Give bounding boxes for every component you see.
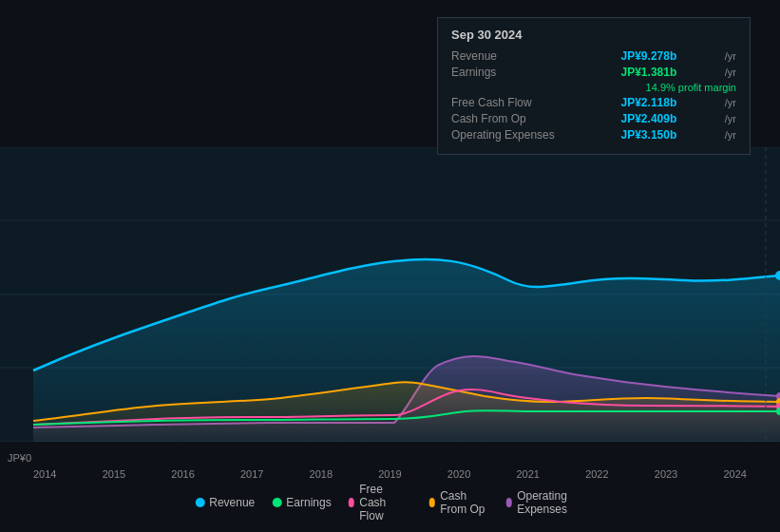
x-label-2019: 2019	[378, 468, 401, 480]
legend-earnings: Earnings	[272, 496, 331, 509]
tooltip-cashop-row: Cash From Op JP¥2.409b /yr	[451, 112, 736, 125]
legend: Revenue Earnings Free Cash Flow Cash Fro…	[195, 483, 585, 522]
x-label-2022: 2022	[585, 468, 608, 480]
tooltip-cashop-value: JP¥2.409b	[621, 112, 677, 125]
tooltip-revenue-row: Revenue JP¥9.278b /yr	[451, 49, 736, 63]
x-label-2024: 2024	[723, 468, 746, 480]
legend-revenue-label: Revenue	[209, 496, 255, 509]
tooltip-fcf-label: Free Cash Flow	[451, 96, 575, 109]
tooltip-fcf-suffix: /yr	[725, 97, 736, 108]
legend-cashop-dot	[429, 498, 436, 507]
tooltip-date: Sep 30 2024	[451, 28, 736, 42]
tooltip-opex-row: Operating Expenses JP¥3.150b /yr	[451, 128, 736, 142]
x-label-2016: 2016	[171, 468, 194, 480]
tooltip-revenue-value: JP¥9.278b	[621, 49, 677, 63]
tooltip-fcf-value: JP¥2.118b	[621, 96, 677, 109]
tooltip-cashop-label: Cash From Op	[451, 112, 575, 125]
x-label-2023: 2023	[655, 468, 677, 480]
x-axis: 2014 2015 2016 2017 2018 2019 2020 2021 …	[0, 468, 780, 480]
tooltip-opex-label: Operating Expenses	[451, 128, 575, 142]
x-label-2020: 2020	[447, 468, 470, 480]
x-label-2015: 2015	[103, 468, 125, 480]
x-label-2021: 2021	[516, 468, 539, 480]
legend-revenue-dot	[195, 498, 204, 507]
tooltip-profit-margin-value: 14.9% profit margin	[646, 82, 736, 93]
chart-container: Sep 30 2024 Revenue JP¥9.278b /yr Earnin…	[0, 0, 780, 532]
tooltip-opex-suffix: /yr	[725, 129, 736, 141]
legend-opex-dot	[506, 498, 513, 507]
legend-cashop: Cash From Op	[429, 489, 489, 516]
tooltip-revenue-suffix: /yr	[725, 50, 736, 62]
chart-svg	[0, 147, 780, 442]
legend-earnings-dot	[272, 498, 281, 507]
tooltip-revenue-label: Revenue	[451, 49, 575, 63]
x-label-2018: 2018	[310, 468, 333, 480]
chart-area	[0, 147, 780, 442]
legend-fcf-dot	[349, 498, 355, 507]
legend-earnings-label: Earnings	[286, 496, 331, 509]
tooltip-earnings-suffix: /yr	[725, 66, 736, 78]
tooltip-cashop-suffix: /yr	[725, 113, 736, 124]
legend-fcf: Free Cash Flow	[349, 483, 412, 522]
legend-opex-label: Operating Expenses	[517, 489, 585, 516]
tooltip-fcf-row: Free Cash Flow JP¥2.118b /yr	[451, 96, 736, 109]
x-label-2014: 2014	[33, 468, 56, 480]
tooltip-box: Sep 30 2024 Revenue JP¥9.278b /yr Earnin…	[437, 17, 751, 155]
y-axis-zero-label: JP¥0	[8, 452, 31, 464]
legend-opex: Operating Expenses	[506, 489, 585, 516]
legend-fcf-label: Free Cash Flow	[359, 483, 411, 522]
tooltip-earnings-label: Earnings	[451, 66, 575, 79]
tooltip-opex-value: JP¥3.150b	[621, 128, 677, 142]
legend-cashop-label: Cash From Op	[440, 489, 488, 516]
tooltip-profit-margin-row: 14.9% profit margin	[451, 82, 736, 93]
tooltip-earnings-row: Earnings JP¥1.381b /yr	[451, 66, 736, 79]
x-label-2017: 2017	[240, 468, 263, 480]
legend-revenue: Revenue	[195, 496, 255, 509]
tooltip-earnings-value: JP¥1.381b	[621, 66, 677, 79]
